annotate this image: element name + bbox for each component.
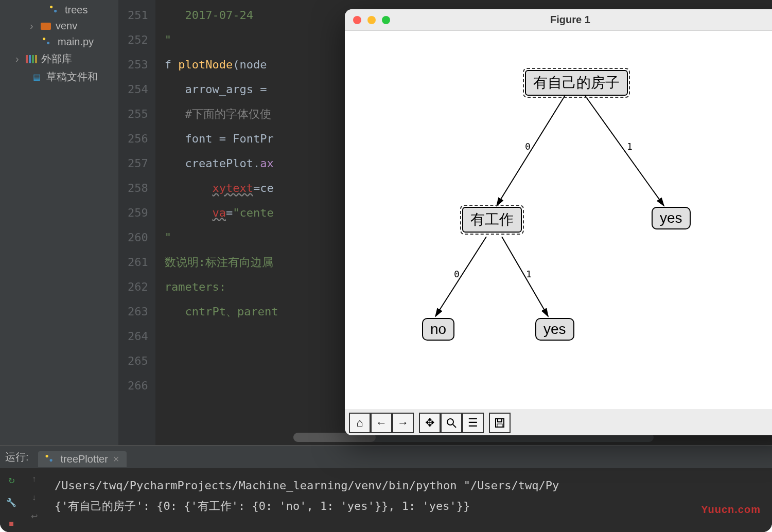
line-gutter: 2512522532542552562572582592602612622632… — [118, 0, 155, 445]
close-window-icon[interactable] — [353, 16, 361, 24]
sidebar-item-trees[interactable]: trees — [0, 2, 118, 18]
run-nav: ↑ ↓ ↩ — [23, 468, 45, 532]
line-number: 259 — [128, 201, 148, 225]
svg-line-2 — [435, 237, 486, 316]
sidebar-item-venv[interactable]: ›venv — [0, 18, 118, 34]
sidebar-item-label: trees — [65, 4, 87, 16]
svg-rect-7 — [498, 419, 502, 422]
edge-label: 0 — [525, 141, 531, 152]
rerun-icon[interactable]: ↻ — [5, 474, 17, 487]
line-number: 261 — [128, 250, 148, 275]
sidebar-item-label: 外部库 — [41, 52, 72, 66]
line-number: 257 — [128, 151, 148, 176]
sidebar-item-label: main.py — [58, 36, 94, 48]
run-tab-label: treePlotter — [61, 453, 108, 465]
stop-icon[interactable]: ■ — [5, 518, 17, 530]
wrench-icon[interactable]: 🔧 — [5, 496, 17, 508]
line-number: 263 — [128, 299, 148, 324]
chevron-right-icon: › — [15, 53, 23, 65]
console-output[interactable]: /Users/twq/PycharmProjects/Machine_learn… — [45, 468, 772, 532]
tree-node-root: 有自己的房子 — [525, 70, 628, 96]
console-line: /Users/twq/PycharmProjects/Machine_learn… — [55, 475, 772, 496]
svg-point-4 — [447, 419, 453, 425]
close-icon[interactable]: × — [113, 453, 119, 465]
line-number: 258 — [128, 176, 148, 201]
python-file-icon — [45, 454, 56, 464]
svg-line-0 — [497, 94, 566, 206]
console-line: {'有自己的房子': {0: {'有工作': {0: 'no', 1: 'yes… — [55, 496, 772, 517]
line-number: 260 — [128, 225, 148, 250]
line-number: 255 — [128, 102, 148, 127]
svg-line-5 — [453, 424, 456, 428]
sidebar-item-scratches[interactable]: ▤草稿文件和 — [0, 68, 118, 86]
figure-toolbar: ⌂ ← → ✥ ☰ — [345, 410, 772, 435]
back-icon[interactable]: ← — [371, 413, 392, 433]
line-number: 254 — [128, 77, 148, 102]
svg-line-3 — [502, 237, 548, 316]
sidebar-item-external-libs[interactable]: ›外部库 — [0, 50, 118, 68]
pan-icon[interactable]: ✥ — [419, 413, 441, 433]
line-number: 256 — [128, 127, 148, 151]
zoom-icon[interactable] — [441, 413, 462, 433]
run-toolbar: ↻ 🔧 ■ — [0, 468, 23, 532]
run-panel: 运行: treePlotter × ↻ 🔧 ■ ↑ ↓ ↩ /Users/twq… — [0, 445, 772, 532]
line-number: 253 — [128, 52, 148, 77]
svg-line-1 — [584, 94, 664, 206]
project-sidebar: trees ›venv main.py ›外部库 ▤草稿文件和 — [0, 0, 118, 445]
configure-icon[interactable]: ☰ — [462, 413, 484, 433]
figure-canvas[interactable]: 有自己的房子 有工作 yes no yes 0 1 0 1 — [345, 31, 772, 410]
tree-leaf-no: no — [422, 318, 454, 341]
figure-titlebar[interactable]: Figure 1 — [345, 9, 772, 31]
figure-window[interactable]: Figure 1 有自己的房子 有工作 yes no yes 0 1 0 1 ⌂… — [345, 9, 772, 435]
minimize-window-icon[interactable] — [367, 16, 376, 24]
library-icon — [26, 54, 37, 65]
run-tabbar: 运行: treePlotter × — [0, 446, 772, 468]
line-number: 251 — [128, 3, 148, 28]
folder-icon — [40, 21, 51, 32]
tree-node-left: 有工作 — [462, 207, 522, 233]
arrow-down-icon[interactable]: ↓ — [32, 493, 36, 502]
chevron-right-icon: › — [30, 20, 37, 32]
figure-title: Figure 1 — [345, 14, 772, 26]
scratch-icon: ▤ — [31, 72, 42, 83]
line-number: 262 — [128, 275, 148, 299]
tree-leaf-yes: yes — [535, 318, 574, 341]
line-number: 265 — [128, 349, 148, 374]
window-controls — [353, 16, 390, 24]
python-file-icon — [49, 5, 61, 16]
soft-wrap-icon[interactable]: ↩ — [31, 511, 38, 521]
run-label: 运行: — [5, 450, 29, 464]
arrow-up-icon[interactable]: ↑ — [32, 474, 36, 484]
edge-label: 0 — [454, 269, 460, 279]
save-icon[interactable] — [489, 413, 511, 433]
edge-label: 1 — [627, 141, 633, 152]
run-tab[interactable]: treePlotter × — [38, 451, 127, 467]
line-number: 264 — [128, 324, 148, 349]
edge-label: 1 — [526, 269, 532, 279]
zoom-window-icon[interactable] — [382, 16, 390, 24]
run-body: ↻ 🔧 ■ ↑ ↓ ↩ /Users/twq/PycharmProjects/M… — [0, 468, 772, 532]
line-number: 266 — [128, 374, 148, 398]
tree-leaf-right: yes — [652, 207, 691, 229]
python-file-icon — [42, 37, 54, 48]
sidebar-item-label: venv — [56, 20, 77, 32]
svg-rect-6 — [496, 419, 504, 427]
line-number: 252 — [128, 28, 148, 52]
sidebar-item-label: 草稿文件和 — [46, 70, 98, 84]
sidebar-item-main[interactable]: main.py — [0, 34, 118, 50]
forward-icon[interactable]: → — [392, 413, 414, 433]
home-icon[interactable]: ⌂ — [349, 413, 371, 433]
watermark: Yuucn.com — [701, 504, 761, 516]
